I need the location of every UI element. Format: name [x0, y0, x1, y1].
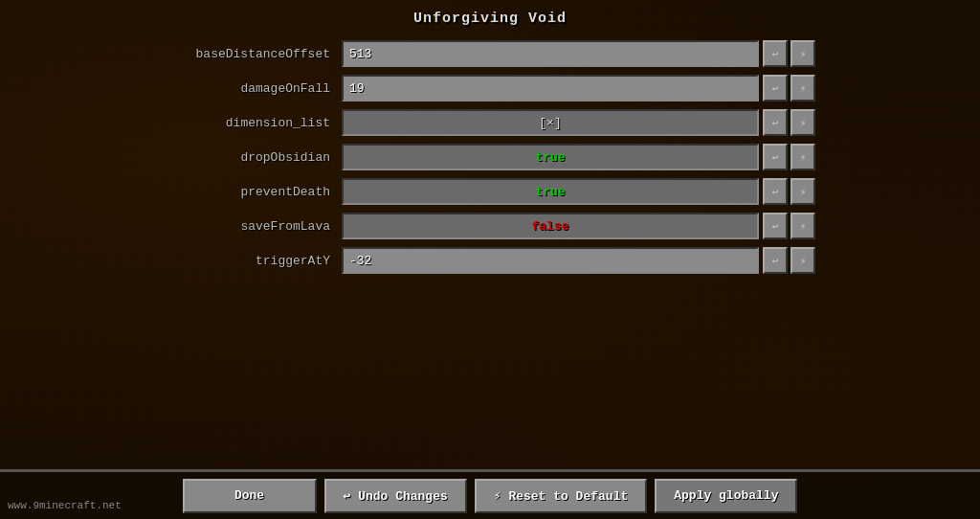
setting-input-baseDistanceOffset[interactable]: [342, 40, 759, 67]
undo-row-button-dropObsidian[interactable]: ↩: [763, 144, 788, 170]
setting-row: damageOnFall↩⚡: [165, 73, 815, 103]
toggle-value: true: [535, 185, 565, 199]
setting-row: baseDistanceOffset↩⚡: [165, 38, 815, 69]
done-button[interactable]: Done: [183, 479, 317, 513]
undo-button[interactable]: ↩ Undo Changes: [324, 479, 467, 513]
undo-row-button-damageOnFall[interactable]: ↩: [763, 75, 788, 102]
setting-action-buttons: ↩⚡: [763, 75, 815, 102]
setting-label-dropObsidian: dropObsidian: [165, 150, 342, 165]
setting-action-buttons: ↩⚡: [763, 178, 815, 205]
setting-label-triggerAtY: triggerAtY: [165, 254, 342, 268]
reset-row-button-triggerAtY[interactable]: ⚡: [791, 247, 815, 274]
setting-toggle-preventDeath[interactable]: true: [342, 178, 759, 205]
toggle-value: false: [531, 219, 568, 234]
input-field-baseDistanceOffset[interactable]: [349, 47, 757, 61]
title-bar: Unforgiving Void: [155, 10, 825, 27]
setting-input-damageOnFall[interactable]: [342, 75, 759, 102]
undo-row-button-triggerAtY[interactable]: ↩: [763, 247, 788, 274]
reset-row-button-preventDeath[interactable]: ⚡: [791, 178, 815, 205]
setting-label-damageOnFall: damageOnFall: [165, 81, 342, 96]
setting-label-saveFromLava: saveFromLava: [165, 219, 342, 234]
settings-window: Unforgiving Void baseDistanceOffset↩⚡dam…: [155, 10, 825, 280]
reset-row-button-baseDistanceOffset[interactable]: ⚡: [791, 40, 815, 67]
reset-row-button-damageOnFall[interactable]: ⚡: [791, 75, 815, 102]
setting-action-buttons: ↩⚡: [763, 247, 815, 274]
setting-label-preventDeath: preventDeath: [165, 185, 342, 199]
reset-row-button-dimension_list[interactable]: ⚡: [791, 109, 815, 136]
input-field-damageOnFall[interactable]: [349, 81, 757, 96]
setting-row: preventDeathtrue↩⚡: [165, 176, 815, 207]
setting-action-buttons: ↩⚡: [763, 40, 815, 67]
undo-row-button-saveFromLava[interactable]: ↩: [763, 213, 788, 239]
input-field-triggerAtY[interactable]: [349, 254, 757, 268]
undo-row-button-dimension_list[interactable]: ↩: [763, 109, 788, 136]
setting-toggle-saveFromLava[interactable]: false: [342, 213, 759, 239]
settings-container: baseDistanceOffset↩⚡damageOnFall↩⚡dimens…: [155, 38, 825, 276]
setting-action-buttons: ↩⚡: [763, 109, 815, 136]
apply-globally-button[interactable]: Apply globally: [655, 479, 797, 513]
setting-label-baseDistanceOffset: baseDistanceOffset: [165, 47, 342, 61]
watermark: www.9minecraft.net: [8, 500, 122, 511]
setting-label-dimension_list: dimension_list: [165, 116, 342, 130]
undo-row-button-preventDeath[interactable]: ↩: [763, 178, 788, 205]
reset-row-button-dropObsidian[interactable]: ⚡: [791, 144, 815, 170]
setting-row: saveFromLavafalse↩⚡: [165, 211, 815, 241]
toggle-value: true: [535, 150, 565, 165]
window-title: Unforgiving Void: [413, 11, 567, 27]
list-value: [×]: [539, 116, 561, 130]
setting-row: dimension_list[×]↩⚡: [165, 107, 815, 138]
setting-row: dropObsidiantrue↩⚡: [165, 142, 815, 172]
reset-button[interactable]: ⚡ Reset to Default: [475, 479, 647, 513]
setting-action-buttons: ↩⚡: [763, 144, 815, 170]
reset-row-button-saveFromLava[interactable]: ⚡: [791, 213, 815, 239]
setting-action-buttons: ↩⚡: [763, 213, 815, 239]
bottom-bar: Done ↩ Undo Changes ⚡ Reset to Default A…: [0, 469, 980, 519]
setting-list-dimension_list[interactable]: [×]: [342, 109, 759, 136]
undo-row-button-baseDistanceOffset[interactable]: ↩: [763, 40, 788, 67]
setting-input-triggerAtY[interactable]: [342, 247, 759, 274]
setting-row: triggerAtY↩⚡: [165, 245, 815, 276]
setting-toggle-dropObsidian[interactable]: true: [342, 144, 759, 170]
